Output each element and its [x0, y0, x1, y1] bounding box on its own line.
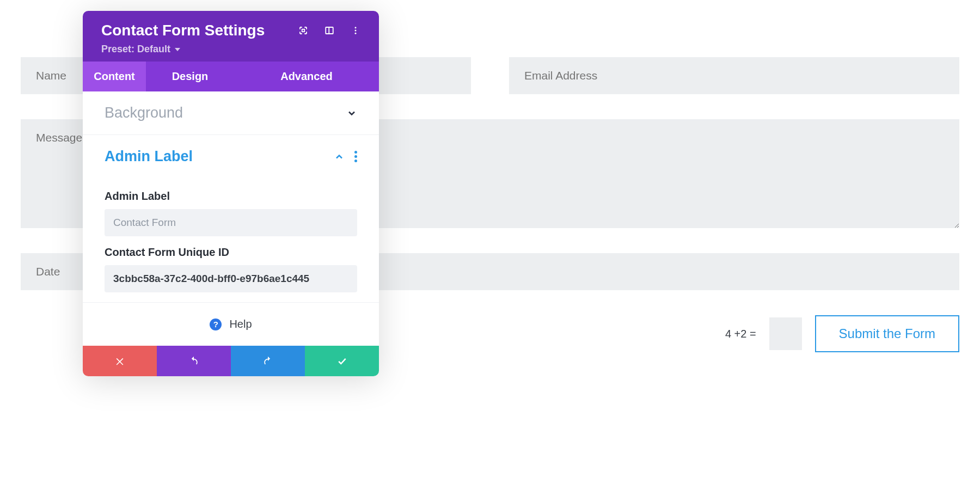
cancel-button[interactable] [83, 346, 157, 376]
undo-button[interactable] [157, 346, 231, 376]
unique-id-input[interactable] [105, 265, 357, 292]
help-icon: ? [210, 318, 222, 330]
captcha-question: 4 +2 = [725, 328, 756, 340]
admin-label-input[interactable] [105, 209, 357, 236]
section-background-title: Background [105, 105, 183, 121]
redo-button[interactable] [231, 346, 305, 376]
panel-header[interactable]: Contact Form Settings Preset: Default [83, 11, 379, 62]
svg-point-3 [355, 27, 357, 28]
section-admin-label[interactable]: Admin Label [83, 135, 379, 178]
chevron-down-icon [346, 108, 357, 119]
section-admin-label-title: Admin Label [105, 148, 193, 165]
section-background[interactable]: Background [83, 91, 379, 135]
tab-advanced[interactable]: Advanced [234, 62, 379, 91]
caret-down-icon [175, 48, 180, 51]
chevron-up-icon [334, 151, 345, 162]
svg-rect-0 [302, 29, 305, 32]
tab-design[interactable]: Design [146, 62, 234, 91]
save-button[interactable] [305, 346, 379, 376]
settings-panel: Contact Form Settings Preset: Default Co… [83, 11, 379, 376]
panel-title: Contact Form Settings [101, 22, 265, 39]
more-options-icon[interactable] [351, 26, 360, 35]
svg-point-4 [355, 30, 357, 32]
svg-point-5 [355, 33, 357, 34]
email-input[interactable] [509, 57, 959, 94]
tab-content[interactable]: Content [83, 62, 146, 91]
help-label: Help [229, 318, 252, 330]
section-options-icon[interactable] [354, 151, 357, 162]
snap-panel-icon[interactable] [324, 26, 334, 35]
submit-button[interactable]: Submit the Form [815, 315, 959, 352]
preset-dropdown[interactable]: Preset: Default [101, 44, 180, 55]
preset-label: Preset: Default [101, 44, 170, 55]
admin-label-field-label: Admin Label [105, 190, 357, 203]
help-button[interactable]: ? Help [83, 302, 379, 346]
expand-icon[interactable] [298, 26, 308, 35]
unique-id-field-label: Contact Form Unique ID [105, 246, 357, 259]
captcha-answer-input[interactable] [769, 317, 802, 350]
